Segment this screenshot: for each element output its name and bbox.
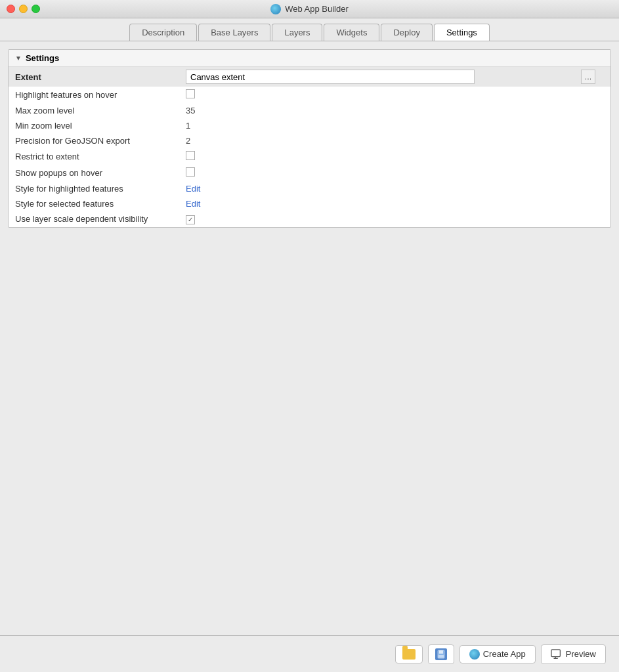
restrict-label: Restrict to extent (9, 148, 179, 165)
scale-visibility-checkbox[interactable]: ✓ (186, 215, 195, 224)
highlight-label: Highlight features on hover (9, 87, 179, 103)
settings-section-header: ▼ Settings (9, 50, 610, 67)
table-row: Style for highlighted features Edit (9, 181, 610, 196)
open-button[interactable] (395, 645, 423, 663)
restrict-checkbox[interactable] (186, 151, 195, 160)
style-highlight-edit-link[interactable]: Edit (186, 184, 200, 194)
table-row: Style for selected features Edit (9, 196, 610, 211)
highlight-checkbox[interactable] (186, 89, 195, 98)
min-zoom-label: Min zoom level (9, 118, 179, 133)
extent-btn-cell: … (574, 67, 610, 87)
preview-button[interactable]: Preview (541, 644, 606, 664)
bottom-toolbar: Create App Preview (0, 635, 619, 672)
content-area: ▼ Settings Extent … (0, 41, 619, 635)
table-row: Show popups on hover (9, 165, 610, 181)
style-highlight-link-cell: Edit (179, 181, 574, 196)
min-zoom-value: 1 (179, 118, 574, 133)
restrict-checkbox-cell (179, 148, 574, 165)
tab-widgets[interactable]: Widgets (324, 24, 379, 41)
table-row: Restrict to extent (9, 148, 610, 165)
settings-table: Extent … Highlight features on hover (9, 67, 610, 227)
extent-picker-button[interactable]: … (581, 70, 595, 84)
create-app-icon (469, 649, 480, 660)
table-row: Highlight features on hover (9, 87, 610, 103)
svg-rect-2 (438, 655, 444, 658)
app-icon (270, 4, 281, 14)
tab-bar: Description Base Layers Layers Widgets D… (0, 18, 619, 41)
minimize-button[interactable] (19, 5, 28, 13)
style-highlight-label: Style for highlighted features (9, 181, 179, 196)
highlight-checkbox-cell (179, 87, 574, 103)
precision-label: Precision for GeoJSON export (9, 133, 179, 148)
folder-icon (402, 649, 416, 660)
svg-rect-1 (439, 650, 443, 654)
save-icon (435, 648, 447, 660)
table-row: Max zoom level 35 (9, 103, 610, 118)
precision-value: 2 (179, 133, 574, 148)
close-button[interactable] (7, 5, 15, 13)
collapse-triangle[interactable]: ▼ (15, 54, 22, 62)
preview-icon (551, 648, 563, 660)
max-zoom-value: 35 (179, 103, 574, 118)
popups-label: Show popups on hover (9, 165, 179, 181)
save-button[interactable] (428, 644, 454, 664)
create-app-button[interactable]: Create App (459, 645, 536, 663)
table-row: Min zoom level 1 (9, 118, 610, 133)
tab-deploy[interactable]: Deploy (381, 24, 432, 41)
settings-panel: ▼ Settings Extent … (8, 49, 611, 228)
popups-checkbox[interactable] (186, 167, 195, 177)
tab-layers[interactable]: Layers (272, 24, 322, 41)
extent-input[interactable] (186, 70, 475, 84)
style-selected-edit-link[interactable]: Edit (186, 199, 200, 209)
app-window: Description Base Layers Layers Widgets D… (0, 18, 619, 672)
svg-rect-3 (551, 649, 561, 656)
table-row: Use layer scale dependent visibility ✓ (9, 211, 610, 227)
table-row: Extent … (9, 67, 610, 87)
popups-checkbox-cell (179, 165, 574, 181)
tab-base-layers[interactable]: Base Layers (198, 24, 270, 41)
style-selected-link-cell: Edit (179, 196, 574, 211)
extent-label: Extent (9, 67, 179, 87)
window-title: Web App Builder (270, 4, 349, 14)
scale-visibility-label: Use layer scale dependent visibility (9, 211, 179, 227)
max-zoom-label: Max zoom level (9, 103, 179, 118)
maximize-button[interactable] (32, 5, 40, 13)
title-bar: Web App Builder (0, 0, 619, 18)
window-controls (7, 5, 40, 13)
style-selected-label: Style for selected features (9, 196, 179, 211)
extent-value-cell (179, 67, 574, 87)
table-row: Precision for GeoJSON export 2 (9, 133, 610, 148)
scale-visibility-checkbox-cell: ✓ (179, 211, 574, 227)
tab-description[interactable]: Description (129, 24, 197, 41)
tab-settings[interactable]: Settings (434, 24, 490, 41)
